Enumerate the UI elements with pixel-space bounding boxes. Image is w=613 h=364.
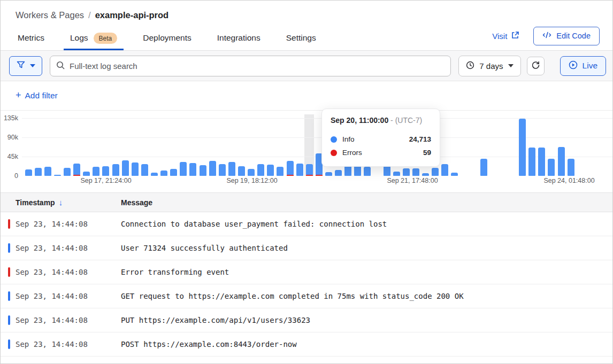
- play-circle-icon: [569, 60, 578, 72]
- table-row[interactable]: Sep 23, 14:44:08Error transforming event: [1, 260, 612, 284]
- log-volume-bar[interactable]: [219, 164, 226, 176]
- edit-code-button[interactable]: Edit Code: [533, 27, 600, 45]
- info-segment: [393, 172, 400, 176]
- tab-logs[interactable]: LogsBeta: [68, 26, 119, 50]
- log-volume-bar[interactable]: [257, 164, 264, 176]
- table-row[interactable]: Sep 23, 14:44:08Connection to database u…: [1, 212, 612, 236]
- log-volume-bar[interactable]: [364, 167, 371, 176]
- tab-metrics[interactable]: Metrics: [16, 26, 47, 50]
- y-tick-label: 90k: [7, 134, 18, 141]
- log-volume-bar[interactable]: [384, 166, 390, 176]
- error-level-indicator: [8, 267, 10, 277]
- log-volume-bar[interactable]: [558, 147, 565, 176]
- page-header: Workers & Pages / example-api-prod Metri…: [1, 1, 612, 51]
- log-volume-bar[interactable]: [528, 148, 535, 176]
- log-volume-bar[interactable]: [44, 167, 51, 176]
- live-button[interactable]: Live: [560, 56, 606, 76]
- x-tick-label: Sep 19, 18:12:00: [226, 177, 277, 184]
- log-volume-bar[interactable]: [306, 164, 313, 176]
- table-row[interactable]: Sep 23, 14:44:08PUT https://example.com/…: [1, 308, 612, 332]
- log-timestamp: Sep 23, 14:44:08: [16, 316, 121, 324]
- breadcrumb-root[interactable]: Workers & Pages: [16, 10, 84, 20]
- log-volume-bar[interactable]: [83, 172, 90, 176]
- log-volume-bar[interactable]: [170, 169, 177, 176]
- info-segment: [432, 168, 439, 176]
- chart-slot: [498, 118, 508, 176]
- tab-label: Logs: [70, 33, 88, 43]
- time-range-dropdown[interactable]: 7 days: [458, 56, 520, 76]
- log-volume-bar[interactable]: [228, 162, 235, 176]
- info-segment: [170, 169, 177, 176]
- column-header-timestamp[interactable]: Timestamp ↓: [16, 198, 121, 207]
- log-volume-bar[interactable]: [441, 164, 448, 176]
- log-volume-bar[interactable]: [277, 167, 283, 176]
- table-row[interactable]: Sep 23, 14:44:08User 71324 successfully …: [1, 236, 612, 260]
- log-volume-bar[interactable]: [267, 165, 274, 176]
- log-volume-bar[interactable]: [112, 164, 119, 176]
- log-volume-bar[interactable]: [200, 165, 206, 176]
- log-volume-bar[interactable]: [209, 161, 216, 176]
- table-row[interactable]: Sep 23, 14:44:08POST https://example.com…: [1, 332, 612, 357]
- info-segment: [441, 164, 448, 176]
- log-volume-bar[interactable]: [180, 162, 187, 176]
- info-segment: [200, 165, 206, 176]
- log-volume-bar[interactable]: [151, 173, 158, 176]
- log-volume-bar[interactable]: [296, 164, 303, 176]
- log-volume-bar[interactable]: [141, 164, 148, 176]
- chart-bars: [24, 118, 576, 176]
- info-segment: [538, 148, 545, 176]
- errors-dot-icon: [331, 150, 337, 156]
- log-volume-bar[interactable]: [451, 173, 458, 176]
- tab-deployments[interactable]: Deployments: [141, 26, 193, 50]
- search-input[interactable]: [50, 56, 451, 76]
- log-volume-bar[interactable]: [189, 163, 196, 176]
- log-volume-bar[interactable]: [64, 168, 71, 176]
- info-segment: [306, 164, 313, 175]
- log-volume-bar[interactable]: [122, 160, 129, 176]
- log-volume-bar[interactable]: [538, 148, 545, 176]
- log-volume-bar[interactable]: [102, 166, 109, 176]
- add-filter-button[interactable]: + Add filter: [16, 91, 58, 100]
- visit-link[interactable]: Visit: [492, 31, 519, 41]
- info-segment: [548, 159, 555, 176]
- log-volume-bar[interactable]: [160, 171, 167, 176]
- chart-slot: [488, 118, 498, 176]
- log-volume-bar[interactable]: [422, 173, 429, 176]
- table-row[interactable]: Sep 23, 14:44:08GET request to https://e…: [1, 284, 612, 308]
- log-volume-bar[interactable]: [519, 119, 526, 176]
- log-volume-bar[interactable]: [93, 167, 99, 176]
- log-volume-bar[interactable]: [403, 168, 410, 176]
- log-volume-bar[interactable]: [480, 159, 487, 176]
- breadcrumb-separator: /: [88, 10, 91, 20]
- log-volume-bar[interactable]: [35, 168, 42, 176]
- log-volume-bar[interactable]: [132, 162, 139, 176]
- info-segment: [403, 168, 410, 176]
- log-volume-bar[interactable]: [568, 159, 574, 176]
- log-volume-bar[interactable]: [432, 168, 439, 176]
- column-header-message: Message: [121, 198, 152, 207]
- log-volume-bar[interactable]: [54, 175, 61, 176]
- error-level-indicator: [8, 219, 10, 229]
- tab-integrations[interactable]: Integrations: [215, 26, 263, 50]
- tooltip-series-row: Info24,713: [331, 133, 431, 146]
- log-volume-bar[interactable]: [335, 170, 342, 176]
- info-segment: [238, 166, 245, 176]
- log-volume-bar[interactable]: [548, 159, 555, 176]
- filter-dropdown-button[interactable]: [9, 56, 42, 76]
- chart-slot: [518, 118, 527, 176]
- log-volume-bar[interactable]: [238, 166, 245, 176]
- log-volume-bar[interactable]: [393, 172, 400, 176]
- chart-slot: [527, 118, 537, 176]
- log-volume-bar[interactable]: [412, 168, 419, 176]
- tab-settings[interactable]: Settings: [284, 26, 318, 50]
- log-volume-bar[interactable]: [25, 169, 32, 176]
- chart-slot: [469, 118, 479, 176]
- log-volume-bar[interactable]: [287, 161, 294, 176]
- log-volume-bar[interactable]: [73, 164, 80, 176]
- refresh-button[interactable]: [527, 57, 545, 75]
- log-volume-bar[interactable]: [248, 169, 255, 176]
- errors-segment: [316, 175, 323, 176]
- info-segment: [35, 168, 42, 176]
- info-segment: [83, 172, 90, 176]
- log-volume-bar[interactable]: [325, 172, 332, 176]
